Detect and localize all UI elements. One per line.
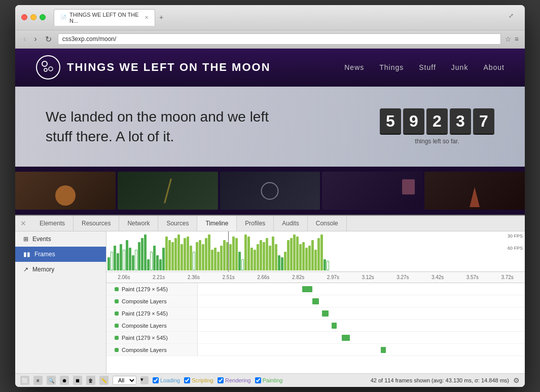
- nav-news[interactable]: News: [344, 63, 364, 71]
- nav-junk[interactable]: Junk: [451, 63, 469, 71]
- rendering-label: Rendering: [225, 377, 251, 383]
- digit-0: 5: [380, 108, 401, 135]
- sidebar-item-memory[interactable]: ↗ Memory: [15, 262, 106, 277]
- hero-section: We landed on the moon and we left stuff …: [15, 87, 525, 167]
- record-color-dot: [115, 299, 119, 303]
- filter-dropdown[interactable]: All: [113, 376, 136, 385]
- back-button[interactable]: ‹: [21, 33, 28, 45]
- fps-bar: [211, 250, 213, 270]
- loading-filter[interactable]: Loading: [153, 377, 180, 383]
- time-marker-2: 2.36s: [176, 275, 211, 280]
- record-color-dot: [115, 324, 119, 328]
- rendering-filter[interactable]: Rendering: [218, 377, 251, 383]
- tab-elements[interactable]: Elements: [31, 216, 74, 231]
- new-tab-button[interactable]: +: [155, 11, 167, 23]
- painting-filter[interactable]: Painting: [255, 377, 283, 383]
- table-row[interactable]: Composite Layers: [106, 344, 525, 356]
- traffic-lights: [21, 14, 46, 20]
- table-row[interactable]: Paint (1279 × 545): [106, 283, 525, 295]
- fps-bar: [190, 246, 192, 270]
- filter-arrow-button[interactable]: ▾: [140, 376, 149, 384]
- tab-console[interactable]: Console: [308, 216, 347, 231]
- fps-60-label: 60 FPS: [508, 246, 523, 251]
- menu-button[interactable]: ≡: [515, 35, 519, 43]
- scripting-checkbox[interactable]: [184, 377, 190, 383]
- table-row[interactable]: Paint (1279 × 545): [106, 307, 525, 320]
- fps-bar: [254, 250, 256, 270]
- fps-bar: [235, 238, 238, 270]
- record-text: Paint (1279 × 545): [122, 335, 168, 341]
- fps-bar: [263, 242, 265, 270]
- record-bar-area: [198, 283, 525, 295]
- tab-resources[interactable]: Resources: [74, 216, 119, 231]
- time-marker-3: 2.51s: [211, 275, 246, 280]
- forward-button[interactable]: ›: [32, 33, 39, 45]
- search-icon[interactable]: 🔍: [47, 376, 56, 385]
- fps-bar: [107, 257, 110, 270]
- address-bar: ‹ › ↻ ☆ ≡: [15, 30, 525, 49]
- nav-stuff[interactable]: Stuff: [419, 63, 436, 71]
- fps-bar: [181, 244, 183, 271]
- thumb-3[interactable]: [220, 172, 320, 210]
- trash-icon[interactable]: 🗑: [86, 376, 95, 385]
- capture-icon[interactable]: ⬜: [20, 376, 29, 385]
- time-marker-1: 2.21s: [141, 275, 176, 280]
- thumbnail-strip: [15, 167, 525, 215]
- sidebar-item-events[interactable]: ⊞ Events: [15, 231, 106, 247]
- events-icon: ⊞: [23, 236, 28, 243]
- title-bar: 📄 THINGS WE LEFT ON THE N... ✕ + ⤢: [15, 5, 525, 30]
- minimize-button[interactable]: [30, 14, 37, 20]
- fps-bar: [290, 238, 293, 270]
- time-marker-6: 2.97s: [316, 275, 351, 280]
- maximize-button[interactable]: [40, 14, 46, 20]
- nav-things[interactable]: Things: [379, 63, 404, 71]
- thumb-5[interactable]: [424, 172, 525, 210]
- settings-gear-icon[interactable]: ⚙: [513, 376, 520, 384]
- active-tab[interactable]: 📄 THINGS WE LEFT ON THE N... ✕: [54, 9, 155, 26]
- record-label: Paint (1279 × 545): [106, 283, 198, 295]
- bookmark-button[interactable]: ☆: [505, 35, 512, 43]
- devtools-close-button[interactable]: ✕: [15, 216, 31, 230]
- fps-labels: 30 FPS 60 FPS: [508, 233, 523, 251]
- record-bar: [322, 310, 329, 317]
- loading-checkbox[interactable]: [153, 377, 159, 383]
- counter-label: things left so far.: [415, 138, 459, 145]
- thumb-2[interactable]: [118, 172, 218, 210]
- refresh-button[interactable]: ↻: [43, 33, 54, 45]
- table-row[interactable]: Composite Layers: [106, 320, 525, 332]
- tab-profiles[interactable]: Profiles: [237, 216, 274, 231]
- ruler-icon[interactable]: 📏: [99, 376, 109, 385]
- tab-close-icon[interactable]: ✕: [145, 15, 149, 20]
- site-navigation: THINGS WE LEFT ON THE MOON News Things S…: [15, 49, 525, 87]
- tab-timeline[interactable]: Timeline: [197, 216, 237, 231]
- table-row[interactable]: Composite Layers: [106, 295, 525, 307]
- hero-text: We landed on the moon and we left stuff …: [46, 107, 299, 146]
- expand-icon[interactable]: ⤢: [509, 12, 519, 22]
- fps-bar: [257, 244, 259, 271]
- things-counter: 5 9 2 3 7 things left so far.: [380, 108, 494, 145]
- record-label: Composite Layers: [106, 344, 198, 356]
- rendering-checkbox[interactable]: [218, 377, 224, 383]
- thumb-4[interactable]: [322, 172, 422, 210]
- tab-network[interactable]: Network: [119, 216, 158, 231]
- thumb-1[interactable]: [15, 172, 116, 210]
- fps-bar: [187, 237, 189, 271]
- scripting-filter[interactable]: Scripting: [184, 377, 213, 383]
- painting-checkbox[interactable]: [255, 377, 261, 383]
- nav-about[interactable]: About: [483, 63, 505, 71]
- fps-bar: [162, 248, 165, 270]
- close-button[interactable]: [21, 14, 27, 20]
- record-icon[interactable]: ⏺: [60, 376, 69, 385]
- tab-sources[interactable]: Sources: [158, 216, 197, 231]
- fps-bar: [223, 240, 226, 270]
- tab-audits[interactable]: Audits: [274, 216, 307, 231]
- fps-bar: [174, 238, 177, 270]
- sidebar-item-frames[interactable]: ▮▮ Frames: [15, 247, 106, 262]
- stop-icon[interactable]: ⏹: [73, 376, 82, 385]
- table-row[interactable]: Paint (1279 × 545): [106, 332, 525, 344]
- fps-bar: [238, 252, 241, 271]
- fps-bar: [327, 261, 329, 270]
- list-icon[interactable]: ≡: [33, 376, 43, 385]
- address-input[interactable]: [58, 33, 501, 45]
- fps-bar: [144, 234, 147, 270]
